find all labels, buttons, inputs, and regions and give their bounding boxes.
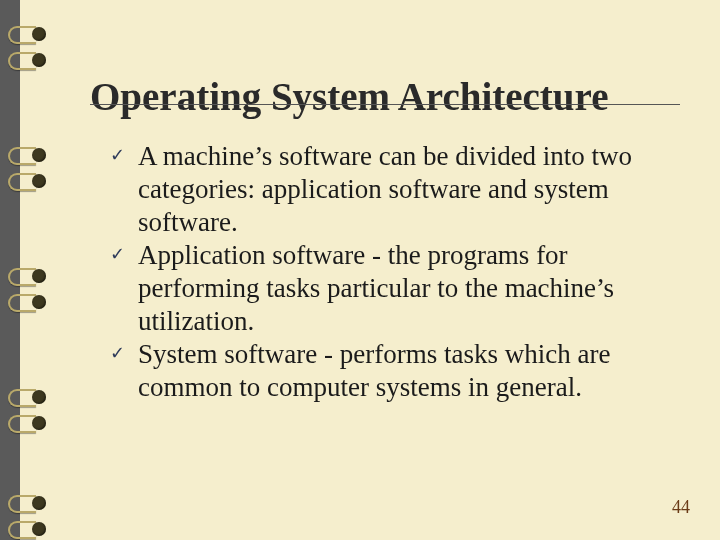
bullet-item: ✓ A machine’s software can be divided in… bbox=[110, 140, 680, 239]
checkmark-icon: ✓ bbox=[110, 245, 128, 263]
slide-title: Operating System Architecture bbox=[90, 74, 680, 129]
binder-ring bbox=[8, 24, 44, 44]
binder-ring bbox=[8, 50, 44, 70]
page-number: 44 bbox=[672, 497, 690, 518]
bullet-item: ✓ System software - performs tasks which… bbox=[110, 338, 680, 404]
binder-ring bbox=[8, 266, 44, 286]
binder-ring bbox=[8, 413, 44, 433]
binder-ring bbox=[8, 387, 44, 407]
slide-background: Operating System Architecture ✓ A machin… bbox=[20, 0, 720, 540]
binder-ring bbox=[8, 145, 44, 165]
title-divider bbox=[90, 104, 680, 105]
checkmark-icon: ✓ bbox=[110, 344, 128, 362]
slide-frame: Operating System Architecture ✓ A machin… bbox=[0, 0, 720, 540]
slide-body: ✓ A machine’s software can be divided in… bbox=[110, 140, 680, 404]
binder-ring bbox=[8, 493, 44, 513]
bullet-text: Application software - the programs for … bbox=[138, 240, 614, 336]
binder-ring bbox=[8, 292, 44, 312]
bullet-text: A machine’s software can be divided into… bbox=[138, 141, 632, 237]
bullet-item: ✓ Application software - the programs fo… bbox=[110, 239, 680, 338]
binder-ring bbox=[8, 171, 44, 191]
binder-ring bbox=[8, 519, 44, 539]
checkmark-icon: ✓ bbox=[110, 146, 128, 164]
spiral-binding bbox=[8, 0, 44, 540]
bullet-text: System software - performs tasks which a… bbox=[138, 339, 610, 402]
